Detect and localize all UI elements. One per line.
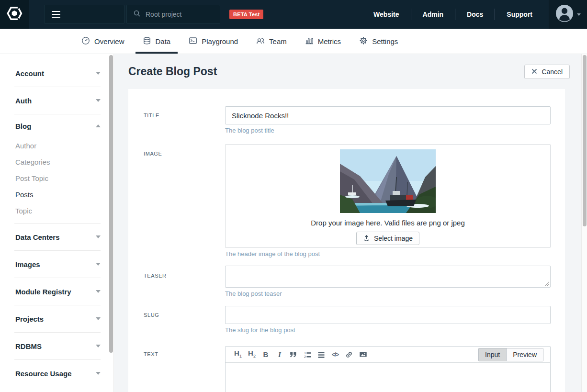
image-dropzone[interactable]: Drop your image here. Valid files are pn…: [225, 144, 551, 248]
sidebar-item-module-registry[interactable]: Module Registry: [0, 278, 113, 305]
search-icon: [133, 10, 141, 19]
project-search-input[interactable]: [146, 11, 213, 18]
sidebar-scrollbar[interactable]: [109, 55, 113, 353]
menu-toggle-button[interactable]: [44, 5, 124, 24]
preview-mode-button[interactable]: Preview: [507, 348, 543, 361]
editor-toolbar: H1 H2 B I 12: [226, 347, 550, 363]
editor-text-area[interactable]: [226, 363, 550, 392]
section-label: Projects: [15, 315, 44, 323]
section-label: RDBMS: [15, 342, 42, 350]
tab-playground[interactable]: Playground: [181, 29, 245, 54]
sidebar-item-categories[interactable]: Categories: [0, 154, 113, 170]
sidebar-item-post-topic[interactable]: Post Topic: [0, 170, 113, 186]
user-menu-button[interactable]: [549, 0, 587, 29]
chevron-down-icon: [577, 13, 581, 16]
model-sidebar: Account Auth Blog Author Categories Post…: [0, 54, 114, 392]
section-label: Module Registry: [15, 288, 71, 296]
tab-overview[interactable]: Overview: [74, 29, 132, 54]
sidebar-item-projects[interactable]: Projects: [0, 305, 113, 332]
nav-link-docs[interactable]: Docs: [455, 0, 495, 29]
sidebar-item-blog[interactable]: Blog: [0, 114, 113, 137]
select-image-label: Select image: [374, 235, 413, 242]
italic-button[interactable]: I: [276, 351, 283, 358]
form-row-teaser: TEASER The blog post teaser: [144, 266, 551, 299]
sidebar-item-auth[interactable]: Auth: [0, 87, 113, 114]
input-mode-button[interactable]: Input: [479, 348, 507, 361]
chevron-down-icon: [96, 99, 101, 102]
main-content: Create Blog Post Cancel TITLE The blog p…: [114, 54, 587, 392]
sidebar-item-rdbms[interactable]: RDBMS: [0, 333, 113, 359]
nav-link-website[interactable]: Website: [362, 0, 410, 29]
image-button[interactable]: [359, 350, 367, 358]
title-field-label: TITLE: [144, 106, 225, 124]
ordered-list-button[interactable]: 12: [304, 351, 311, 358]
teaser-field-label: TEASER: [144, 266, 225, 299]
dropzone-instructions: Drop your image here. Valid files are pn…: [311, 219, 465, 227]
chevron-down-icon: [96, 345, 101, 347]
create-post-form: TITLE The blog post title IMAGE: [128, 89, 565, 392]
chevron-down-icon: [96, 372, 101, 375]
markdown-editor: H1 H2 B I 12: [225, 346, 551, 392]
svg-text:2: 2: [304, 355, 306, 358]
sidebar-section-module-registry: Module Registry: [0, 278, 113, 305]
chevron-up-icon: [96, 124, 101, 127]
link-button[interactable]: [345, 351, 353, 358]
tab-data[interactable]: Data: [135, 29, 178, 54]
heading2-button[interactable]: H2: [248, 349, 256, 360]
unordered-list-button[interactable]: [317, 351, 325, 358]
tab-team[interactable]: Team: [249, 29, 294, 54]
section-label: Account: [15, 69, 44, 78]
close-icon: [531, 68, 537, 76]
select-image-button[interactable]: Select image: [356, 232, 419, 245]
slug-input[interactable]: [225, 306, 551, 324]
resize-handle[interactable]: [544, 281, 549, 286]
bold-button[interactable]: B: [262, 351, 270, 358]
slug-help-text: The slug for the blog post: [225, 326, 551, 335]
section-label: Auth: [15, 97, 32, 105]
top-navbar: BETA Test Website Admin Docs Support: [0, 0, 587, 29]
teaser-help-text: The blog post teaser: [225, 290, 551, 299]
sidebar-item-posts[interactable]: Posts: [0, 186, 113, 202]
section-label: Images: [15, 260, 40, 269]
sidebar-item-resource-usage[interactable]: Resource Usage: [0, 360, 113, 387]
sidebar-section-rdbms: RDBMS: [0, 333, 113, 360]
cancel-button[interactable]: Cancel: [524, 65, 570, 79]
code-button[interactable]: </>: [331, 351, 339, 358]
sidebar-section-blog: Blog Author Categories Post Topic Posts …: [0, 114, 113, 224]
nav-link-support[interactable]: Support: [495, 0, 544, 29]
teaser-textarea[interactable]: [225, 266, 551, 288]
sidebar-section-auth: Auth: [0, 87, 113, 114]
page-scrollbar-thumb[interactable]: [583, 55, 587, 226]
nav-link-admin[interactable]: Admin: [411, 0, 455, 29]
sidebar-item-author[interactable]: Author: [0, 137, 113, 154]
hamburger-icon: [52, 9, 60, 20]
image-help-text: The header image of the blog post: [225, 250, 551, 259]
image-field-label: IMAGE: [144, 144, 225, 259]
project-search-box[interactable]: [126, 5, 220, 24]
tab-label: Team: [269, 37, 287, 45]
blog-image-preview: [340, 149, 436, 215]
sidebar-item-data-centers[interactable]: Data Centers: [0, 224, 113, 250]
sidebar-item-account[interactable]: Account: [0, 60, 113, 87]
title-input[interactable]: [225, 106, 551, 124]
tab-label: Playground: [202, 37, 238, 45]
blockquote-button[interactable]: [290, 351, 297, 358]
tab-metrics[interactable]: Metrics: [298, 29, 348, 54]
form-row-image: IMAGE: [144, 144, 551, 259]
page-scrollbar[interactable]: [581, 54, 587, 392]
chevron-down-icon: [96, 317, 101, 320]
chevron-down-icon: [96, 263, 101, 266]
text-field-label: TEXT: [144, 346, 225, 392]
sidebar-section-projects: Projects: [0, 305, 113, 333]
tab-label: Overview: [94, 37, 124, 45]
section-label: Resource Usage: [15, 370, 72, 378]
navbar-links: Website Admin Docs Support: [362, 0, 544, 29]
sidebar-item-topic[interactable]: Topic: [0, 202, 113, 219]
app-logo[interactable]: [0, 0, 29, 29]
form-row-slug: SLUG The slug for the blog post: [144, 306, 551, 335]
tab-settings[interactable]: Settings: [352, 29, 405, 54]
heading1-button[interactable]: H1: [234, 349, 242, 360]
terminal-icon: [189, 36, 197, 46]
sidebar-item-images[interactable]: Images: [0, 251, 113, 278]
divider: [14, 387, 101, 387]
